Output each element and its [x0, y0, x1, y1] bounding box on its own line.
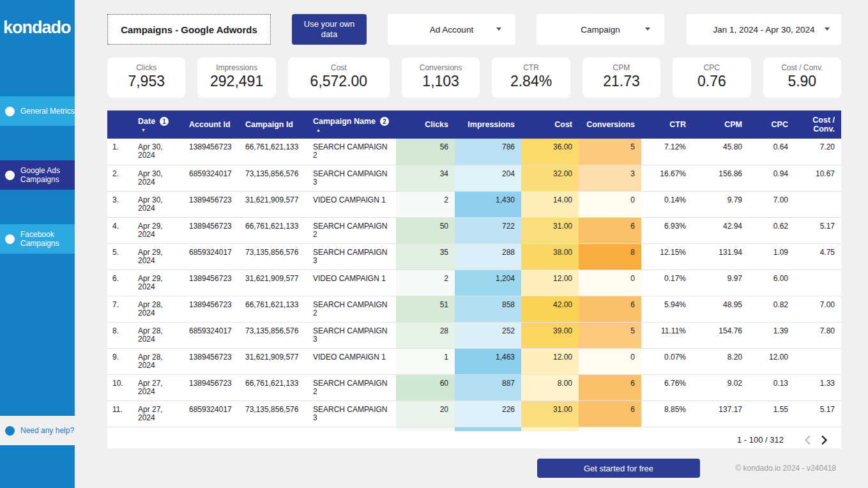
- campaign-name-cell: VIDEO CAMPAIGN 1: [307, 270, 396, 296]
- campaigns-table: Date1 ▼ Account Id Campaign Id Campaign …: [107, 111, 841, 431]
- row-index-cell: 7.: [107, 296, 132, 322]
- conversions-cell: 0: [579, 191, 641, 217]
- date-cell: Apr 28, 2024: [132, 348, 183, 374]
- campaign-id-cell: 66,761,621,133: [239, 217, 307, 243]
- impressions-cell: 786: [455, 139, 521, 165]
- header-campaign-name[interactable]: Campaign Name2 ▲: [307, 111, 396, 139]
- header-cost-per-conv[interactable]: Cost / Conv.: [795, 111, 841, 139]
- scorecard-label: Clicks: [136, 63, 156, 72]
- filter-label: Jan 1, 2024 - Apr 30, 2024: [713, 25, 814, 34]
- cpc-cell: 1.39: [749, 322, 795, 348]
- clicks-cell: 2: [396, 270, 455, 296]
- account-id-cell: 1389456723: [183, 296, 239, 322]
- cost-per-conv-cell: 4.75: [795, 243, 841, 270]
- cpc-cell: 1.55: [749, 400, 795, 427]
- cost-cell: 36.00: [521, 139, 579, 165]
- header-cpc[interactable]: CPC: [749, 111, 795, 139]
- cost-per-conv-cell: 7.20: [795, 139, 841, 165]
- account-id-cell: 6859324017: [183, 243, 239, 270]
- account-id-cell: 6859324017: [183, 322, 239, 348]
- cpc-cell: 0.62: [749, 217, 795, 243]
- table-row: 1. Apr 30, 2024 1389456723 66,761,621,13…: [107, 139, 841, 165]
- header-date[interactable]: Date1 ▼: [132, 111, 183, 139]
- scorecard: Cost / Conv. 5.90: [763, 57, 841, 98]
- sidebar-item-need-help[interactable]: Need any help?: [0, 416, 75, 445]
- table-row: 8. Apr 28, 2024 6859324017 73,135,856,57…: [107, 322, 841, 348]
- cost-cell: 31.00: [521, 217, 579, 243]
- campaign-id-cell: 31,621,909,577: [239, 191, 307, 217]
- row-index-cell: 6.: [107, 270, 132, 296]
- cpc-cell: 12.00: [749, 348, 795, 374]
- get-started-button[interactable]: Get started for free: [537, 459, 700, 478]
- ctr-cell: 16.67%: [641, 165, 692, 191]
- clicks-cell: 51: [396, 296, 455, 322]
- impressions-cell: 1,204: [455, 270, 521, 296]
- report-title[interactable]: Campaigns - Google Adwords: [107, 14, 271, 45]
- cpm-cell: 131.94: [692, 243, 749, 270]
- next-page-button[interactable]: [816, 432, 832, 448]
- header-clicks[interactable]: Clicks: [396, 111, 455, 139]
- header-ctr[interactable]: CTR: [641, 111, 692, 139]
- footer: Get started for free © kondado.io 2024 -…: [107, 459, 841, 478]
- date-range-filter-dropdown[interactable]: Jan 1, 2024 - Apr 30, 2024: [687, 14, 841, 45]
- cost-per-conv-cell: 5.17: [795, 217, 841, 243]
- campaign-id-cell: 31,621,909,577: [239, 348, 307, 374]
- scorecard-label: Cost: [331, 63, 347, 72]
- campaign-filter-dropdown[interactable]: Campaign: [537, 14, 664, 45]
- header-account-id[interactable]: Account Id: [183, 111, 239, 139]
- chevron-down-icon: [496, 27, 501, 31]
- header-campaign-id[interactable]: Campaign Id: [239, 111, 307, 139]
- header-conversions[interactable]: Conversions: [579, 111, 641, 139]
- sort-desc-icon: ▼: [138, 128, 176, 132]
- table-row: 2. Apr 30, 2024 6859324017 73,135,856,57…: [107, 165, 841, 191]
- header-impressions[interactable]: Impressions: [455, 111, 521, 139]
- account-id-cell: 1389456723: [183, 270, 239, 296]
- cost-cell: 42.00: [521, 296, 579, 322]
- cpc-cell: 0.94: [749, 165, 795, 191]
- bullet-circle-icon: [5, 107, 15, 116]
- sidebar-item-facebook-campaigns[interactable]: Facebook Campaigns: [0, 224, 75, 254]
- ctr-cell: 11.11%: [641, 322, 692, 348]
- scorecard-value: 0.76: [697, 73, 726, 90]
- date-cell: Apr 27, 2024: [132, 374, 183, 400]
- clicks-cell: 28: [396, 322, 455, 348]
- bullet-circle-icon: [5, 426, 15, 436]
- sidebar: kondado General Metrics Google Ads Campa…: [0, 0, 75, 488]
- campaign-name-cell: SEARCH CAMPAIGN 3: [307, 243, 396, 270]
- impressions-cell: 858: [455, 296, 521, 322]
- app-root: kondado General Metrics Google Ads Campa…: [0, 0, 868, 488]
- sidebar-item-google-ads-campaigns[interactable]: Google Ads Campaigns: [0, 160, 75, 190]
- header-cost[interactable]: Cost: [521, 111, 579, 139]
- sidebar-item-label: Need any help?: [20, 426, 74, 435]
- main-area: Campaigns - Google Adwords Use your own …: [75, 0, 868, 488]
- campaign-name-cell: SEARCH CAMPAIGN 3: [307, 322, 396, 348]
- date-cell: Apr 30, 2024: [132, 191, 183, 217]
- scorecard-value: 6,572.00: [310, 73, 368, 90]
- bullet-circle-icon: [5, 171, 15, 180]
- campaign-id-cell: 73,135,856,576: [239, 400, 307, 427]
- impressions-cell: [455, 427, 521, 431]
- sidebar-item-label: Google Ads Campaigns: [20, 166, 75, 184]
- campaign-name-cell: SEARCH CAMPAIGN 2: [307, 296, 396, 322]
- use-own-data-button[interactable]: Use your own data: [292, 14, 367, 45]
- sort-priority-2-badge: 2: [380, 117, 389, 126]
- scorecard-label: CPM: [613, 63, 630, 72]
- sidebar-item-general-metrics[interactable]: General Metrics: [0, 96, 75, 126]
- impressions-cell: 204: [455, 165, 521, 191]
- cost-cell: [521, 427, 579, 431]
- cost-per-conv-cell: 7.80: [795, 322, 841, 348]
- ctr-cell: 0.14%: [641, 191, 692, 217]
- ad-account-filter-dropdown[interactable]: Ad Account: [388, 14, 515, 45]
- bullet-circle-icon: [5, 234, 15, 244]
- cpc-cell: 0.82: [749, 296, 795, 322]
- impressions-cell: 226: [455, 400, 521, 427]
- header-cpm[interactable]: CPM: [692, 111, 749, 139]
- scorecard-value: 7,953: [128, 73, 165, 90]
- cost-per-conv-cell: [795, 348, 841, 374]
- sidebar-item-label: General Metrics: [20, 107, 75, 116]
- scorecard-value: 5.90: [788, 73, 816, 90]
- cost-cell: 39.00: [521, 322, 579, 348]
- scorecard-label: CPC: [704, 63, 720, 72]
- filter-label: Ad Account: [430, 25, 473, 34]
- prev-page-button[interactable]: [799, 432, 816, 448]
